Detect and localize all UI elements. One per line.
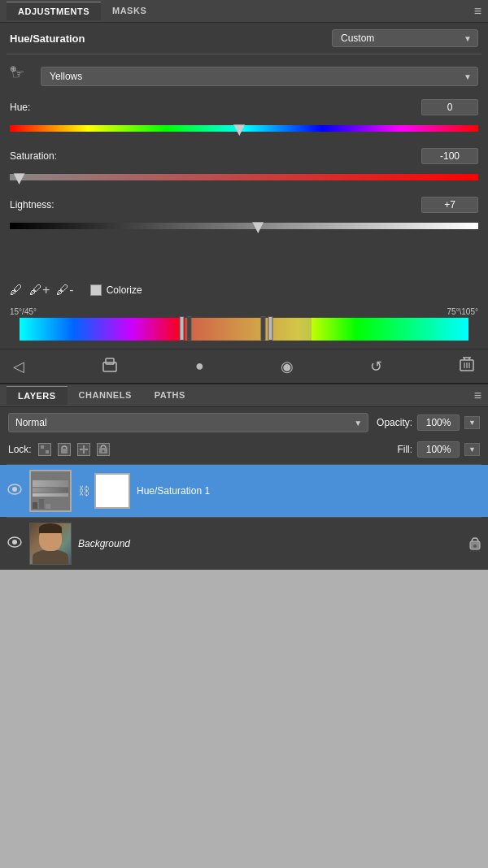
spectrum-handle-l1[interactable] xyxy=(180,316,185,341)
spectrum-handle-r2[interactable] xyxy=(268,316,272,341)
spectrum-handle-l2[interactable] xyxy=(187,316,192,341)
saturation-track[interactable] xyxy=(10,174,478,180)
svg-rect-3 xyxy=(106,358,114,364)
colorize-checkbox[interactable] xyxy=(90,284,102,296)
spectrum-left-label: 15°/45° xyxy=(10,307,37,316)
tab-adjustments[interactable]: ADJUSTMENTS xyxy=(7,2,101,20)
colorize-checkbox-wrapper: Colorize xyxy=(90,284,142,296)
adjustment-layer-thumbnail xyxy=(29,470,72,512)
lock-position-icon[interactable] xyxy=(77,443,90,456)
background-layer-thumbnail xyxy=(29,523,72,565)
svg-point-20 xyxy=(102,450,104,453)
eyedropper-icon[interactable]: 🖋 xyxy=(10,283,23,297)
panel-title: Hue/Saturation xyxy=(10,33,85,45)
opacity-arrow[interactable]: ▼ xyxy=(464,416,480,429)
blend-mode-dropdown[interactable]: Normal Dissolve Multiply Screen Overlay xyxy=(8,413,368,432)
spectrum-handle-right-outer[interactable] xyxy=(260,316,272,341)
saturation-track-wrapper xyxy=(10,167,478,187)
tab-layers[interactable]: LAYERS xyxy=(7,386,68,405)
svg-rect-15 xyxy=(61,449,68,454)
channel-dropdown[interactable]: Master Reds Yellows Greens Cyans Blues M… xyxy=(41,67,478,86)
lightness-label: Lightness: xyxy=(10,199,54,210)
spectrum-handle-r1[interactable] xyxy=(260,316,265,341)
adjustments-bottom-toolbar: ◁ ● ◉ ↺ xyxy=(0,349,488,383)
saturation-value-input[interactable] xyxy=(421,148,478,164)
saturation-label: Saturation: xyxy=(10,150,57,162)
fill-input[interactable] xyxy=(417,441,460,458)
clip-to-layer-icon[interactable] xyxy=(96,354,124,378)
reset-icon[interactable]: ↺ xyxy=(365,356,387,377)
lock-row: Lock: xyxy=(0,438,488,464)
eyedropper-tools: 🖋 🖋+ 🖋- xyxy=(10,283,74,297)
layers-tab-bar: LAYERS CHANNELS PATHS ≡ xyxy=(0,384,488,407)
layer-visibility-icon[interactable]: ● xyxy=(190,356,209,376)
svg-point-26 xyxy=(473,545,477,548)
background-lock-icon xyxy=(468,536,481,553)
fill-arrow[interactable]: ▼ xyxy=(464,443,480,456)
saturation-slider-row: Saturation: xyxy=(10,148,478,187)
opacity-label: Opacity: xyxy=(377,417,412,428)
back-icon[interactable]: ◁ xyxy=(8,356,29,377)
blend-mode-wrapper: Normal Dissolve Multiply Screen Overlay … xyxy=(8,413,368,432)
layer-mask-thumbnail xyxy=(94,473,130,509)
lock-all-icon[interactable] xyxy=(97,443,110,456)
opacity-input[interactable] xyxy=(417,414,460,431)
view-previous-icon[interactable]: ◉ xyxy=(276,356,298,377)
hue-track-wrapper xyxy=(10,119,478,138)
spectrum-right-label: 75°\105° xyxy=(447,307,478,316)
sliders-section: Hue: Saturation: Lightness: xyxy=(0,96,488,254)
eyedropper-subtract-icon[interactable]: 🖋- xyxy=(56,283,73,297)
svg-point-24 xyxy=(12,540,17,545)
fill-wrapper: Fill: ▼ xyxy=(397,441,480,458)
colorize-label: Colorize xyxy=(107,284,142,296)
lock-label: Lock: xyxy=(8,444,32,455)
fill-label: Fill: xyxy=(397,444,412,455)
preset-dropdown[interactable]: Custom xyxy=(332,29,478,47)
channel-dropdown-wrapper: Master Reds Yellows Greens Cyans Blues M… xyxy=(41,67,478,86)
top-tab-bar: ADJUSTMENTS MASKS ≡ xyxy=(0,0,488,23)
lock-image-pixels-icon[interactable] xyxy=(58,443,71,456)
layer-visibility-eye-hue[interactable] xyxy=(7,484,23,498)
hue-label: Hue: xyxy=(10,102,30,113)
spectrum-section: 15°/45° 75°\105° xyxy=(0,304,488,349)
adjustments-panel: ADJUSTMENTS MASKS ≡ Hue/Saturation Custo… xyxy=(0,0,488,383)
svg-rect-13 xyxy=(41,450,44,454)
panel-menu-icon[interactable]: ≡ xyxy=(474,4,481,19)
tab-paths[interactable]: PATHS xyxy=(143,386,197,405)
spectrum-handle-left-outer[interactable] xyxy=(180,316,192,341)
channel-row: ☞ ⊕ Master Reds Yellows Greens Cyans Blu… xyxy=(0,54,488,96)
delete-adjustment-icon[interactable] xyxy=(454,354,480,378)
layer-item-background[interactable]: Background xyxy=(0,518,488,570)
spectrum-range-labels: 15°/45° 75°\105° xyxy=(10,307,478,316)
svg-text:⊕: ⊕ xyxy=(10,64,16,73)
lightness-slider-row: Lightness: xyxy=(10,197,478,236)
spectrum-selection-overlay xyxy=(185,318,312,341)
layer-item-hue-saturation[interactable]: ⛓ Hue/Saturation 1 xyxy=(0,465,488,517)
preset-dropdown-wrapper: Custom ▼ xyxy=(332,29,478,47)
svg-rect-14 xyxy=(46,450,49,454)
svg-rect-12 xyxy=(46,445,49,449)
layers-menu-icon[interactable]: ≡ xyxy=(474,388,481,403)
svg-point-18 xyxy=(82,448,85,451)
layer-name-hue-saturation: Hue/Saturation 1 xyxy=(137,485,481,497)
blend-row: Normal Dissolve Multiply Screen Overlay … xyxy=(0,407,488,438)
spectrum-combined[interactable] xyxy=(20,318,468,341)
tab-channels[interactable]: CHANNELS xyxy=(68,386,143,405)
tab-masks[interactable]: MASKS xyxy=(101,2,158,20)
svg-point-22 xyxy=(12,487,17,492)
target-adjustment-icon[interactable]: ☞ ⊕ xyxy=(10,63,33,89)
layers-panel: LAYERS CHANNELS PATHS ≡ Normal Dissolve … xyxy=(0,383,488,570)
lightness-value-input[interactable] xyxy=(421,197,478,213)
lightness-track[interactable] xyxy=(10,223,478,229)
opacity-wrapper: Opacity: ▼ xyxy=(377,414,480,431)
hue-slider-row: Hue: xyxy=(10,99,478,138)
layer-chain-link-hue: ⛓ xyxy=(78,484,88,497)
layer-name-background: Background xyxy=(78,538,462,549)
colorize-row: 🖋 🖋+ 🖋- Colorize xyxy=(0,270,488,304)
lock-transparent-icon[interactable] xyxy=(38,443,51,456)
svg-rect-11 xyxy=(41,445,44,449)
layer-visibility-eye-background[interactable] xyxy=(7,536,23,551)
eyedropper-add-icon[interactable]: 🖋+ xyxy=(29,283,50,297)
lightness-track-wrapper xyxy=(10,216,478,236)
hue-value-input[interactable] xyxy=(421,99,478,115)
